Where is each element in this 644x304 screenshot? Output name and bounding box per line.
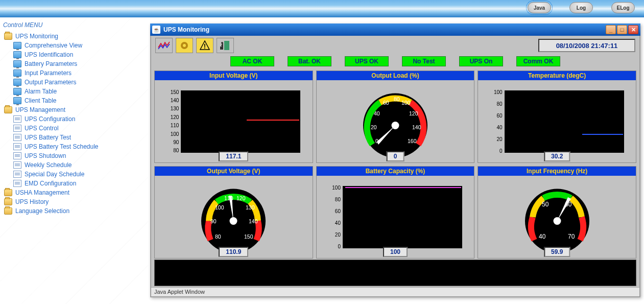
svg-text:70: 70 — [568, 233, 575, 240]
status-no-test[interactable]: No Test — [402, 56, 446, 66]
panel-battery-capacity: Battery Capacity (%) 100806040200 100 — [316, 166, 475, 259]
svg-text:40: 40 — [539, 233, 546, 240]
page-icon — [13, 143, 21, 150]
status-ac-ok[interactable]: AC OK — [230, 56, 274, 66]
window-titlebar[interactable]: ☕ UPS Monitoring _ □ ✕ — [150, 24, 640, 36]
window-footer: Java Applet Window — [151, 287, 639, 296]
tree-ups-monitoring[interactable]: UPS Monitoring — [3, 32, 145, 41]
tree-item-battery-parameters[interactable]: Battery Parameters — [12, 59, 145, 68]
svg-text:60: 60 — [383, 100, 389, 106]
tree-ups-history[interactable]: UPS History — [3, 197, 145, 206]
window-maximize-button[interactable]: □ — [617, 25, 627, 34]
input-frequency-gauge: 40 50 60 70 — [516, 179, 598, 255]
page-icon — [13, 115, 21, 123]
svg-text:120: 120 — [236, 195, 246, 201]
tree-item-comprehensive-view[interactable]: Comprehensive View — [12, 41, 145, 50]
monitor-icon — [13, 88, 21, 95]
tree-language-selection[interactable]: Language Selection — [3, 206, 145, 216]
java-button[interactable]: Java — [528, 2, 551, 13]
svg-text:80: 80 — [215, 233, 221, 240]
toolbar-chart-button[interactable] — [155, 38, 173, 53]
panel-title: Battery Capacity (%) — [317, 167, 474, 176]
toolbar-exit-button[interactable] — [217, 38, 234, 53]
panel-title: Input Voltage (V) — [155, 71, 313, 80]
svg-text:100: 100 — [215, 204, 224, 211]
window-minimize-button[interactable]: _ — [606, 25, 616, 34]
tree-item-output-parameters[interactable]: Output Parameters — [12, 78, 145, 87]
panel-output-load: Output Load (%) 0 20 — [316, 71, 475, 163]
svg-text:140: 140 — [412, 124, 421, 130]
tree-item-ups-shutdown[interactable]: UPS Shutdown — [12, 151, 145, 160]
page-icon — [13, 180, 21, 187]
page-icon — [13, 171, 21, 178]
status-ups-ok[interactable]: UPS OK — [345, 56, 389, 66]
monitor-icon — [13, 79, 21, 86]
warning-icon: ! — [199, 40, 210, 51]
svg-text:40: 40 — [374, 110, 380, 116]
status-comm-ok[interactable]: Comm OK — [516, 56, 560, 66]
svg-point-17 — [391, 122, 399, 129]
tree-item-input-parameters[interactable]: Input Parameters — [12, 68, 145, 78]
page-icon — [13, 125, 21, 132]
menu-title[interactable]: Control MENU — [3, 21, 145, 29]
svg-text:!: ! — [204, 42, 206, 50]
svg-text:50: 50 — [542, 201, 549, 208]
output-load-value: 0 — [387, 151, 404, 161]
toolbar-gear-button[interactable] — [176, 38, 193, 53]
svg-text:150: 150 — [244, 233, 253, 240]
tree-item-emd-configuration[interactable]: EMD Configuration — [12, 179, 145, 188]
svg-text:160: 160 — [408, 138, 417, 144]
tree-item-ups-control[interactable]: UPS Control — [12, 124, 145, 133]
monitor-icon — [13, 51, 21, 58]
tree-item-ups-configuration[interactable]: UPS Configuration — [12, 114, 145, 124]
tree-usha-management[interactable]: USHA Management — [3, 188, 145, 197]
topbar-buttons: Java Log ELog — [528, 2, 635, 13]
monitor-icon — [13, 69, 21, 77]
tree-item-ups-identification[interactable]: UPS Identification — [12, 50, 145, 59]
svg-text:90: 90 — [210, 218, 217, 224]
battery-capacity-chart: 100806040200 — [326, 184, 464, 250]
tree-item-ups-battery-test[interactable]: UPS Battery Test — [12, 133, 145, 142]
tree-item-weekly-schedule[interactable]: Weekly Schedule — [12, 160, 145, 170]
panel-grid: Input Voltage (V) 1501401301201101009080… — [151, 68, 639, 260]
battery-capacity-value: 100 — [383, 247, 408, 257]
panel-input-voltage: Input Voltage (V) 1501401301201101009080… — [154, 71, 313, 163]
svg-point-5 — [221, 42, 223, 44]
panel-title: Output Load (%) — [317, 71, 474, 80]
chart-icon — [158, 40, 170, 51]
nav-tree: UPS Monitoring Comprehensive View UPS Id… — [3, 32, 145, 216]
panel-output-voltage: Output Voltage (V) 80 — [154, 166, 313, 259]
status-row: AC OK Bat. OK UPS OK No Test UPS On Comm… — [151, 55, 639, 68]
tree-ups-management[interactable]: UPS Management — [3, 105, 145, 114]
message-bar — [154, 260, 636, 286]
svg-text:130: 130 — [246, 204, 255, 211]
svg-text:120: 120 — [409, 110, 418, 116]
toolbar-warning-button[interactable]: ! — [196, 38, 213, 53]
panel-title: Input Frequency (Hz) — [478, 167, 636, 176]
tree-item-alarm-table[interactable]: Alarm Table — [12, 87, 145, 96]
panel-input-frequency: Input Frequency (Hz) 40 — [478, 166, 636, 259]
toolbar: ! 08/10/2008 21:47:11 — [151, 36, 639, 55]
svg-rect-4 — [224, 41, 229, 50]
svg-point-28 — [230, 217, 237, 225]
svg-text:20: 20 — [371, 124, 377, 130]
svg-text:80: 80 — [394, 96, 400, 102]
tree-item-ups-battery-test-schedule[interactable]: UPS Battery Test Schedule — [12, 142, 145, 151]
window-title: UPS Monitoring — [163, 26, 209, 33]
sidebar: Control MENU UPS Monitoring Comprehensiv… — [0, 17, 148, 304]
page-icon — [13, 134, 21, 141]
tree-item-client-table[interactable]: Client Table — [12, 96, 145, 105]
gear-icon — [179, 40, 190, 51]
input-voltage-chart: 1501401301201101009080 — [164, 88, 302, 155]
panel-temperature: Temperature (degC) 100806040200 30.2 — [478, 71, 636, 163]
status-bat-ok[interactable]: Bat. OK — [288, 56, 331, 66]
temperature-value: 30.2 — [544, 151, 570, 161]
panel-title: Temperature (degC) — [478, 71, 636, 80]
folder-icon — [4, 207, 12, 215]
tree-item-special-day-schedule[interactable]: Special Day Schedule — [12, 170, 145, 179]
log-button[interactable]: Log — [569, 2, 593, 13]
status-ups-on[interactable]: UPS On — [459, 56, 503, 66]
window-close-button[interactable]: ✕ — [628, 25, 638, 34]
folder-icon — [4, 106, 12, 113]
elog-button[interactable]: ELog — [611, 2, 635, 13]
